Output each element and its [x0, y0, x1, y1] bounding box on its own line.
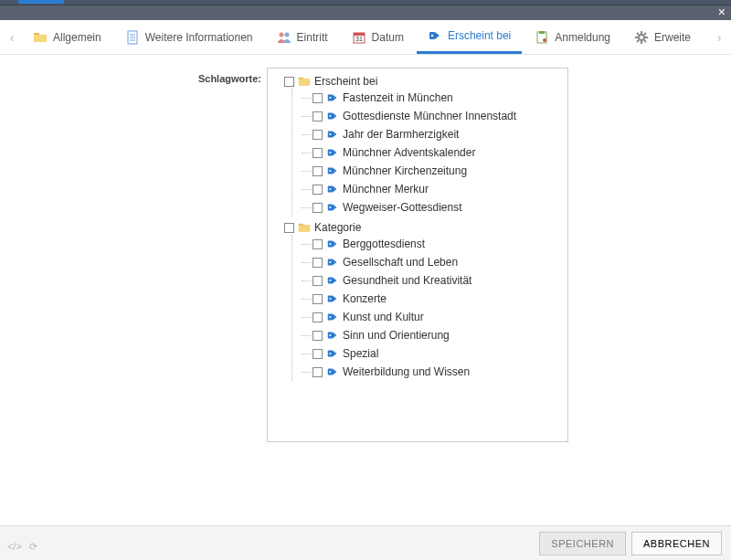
checkbox[interactable]	[313, 312, 323, 322]
checkbox[interactable]	[313, 349, 323, 359]
tree-node[interactable]: Gesundheit und Kreativität	[313, 273, 564, 288]
tree-node-label: Jahr der Barmherzigkeit	[343, 127, 459, 142]
svg-point-36	[329, 206, 331, 208]
svg-point-5	[284, 32, 289, 37]
checkbox[interactable]	[284, 77, 294, 87]
tree-node[interactable]: Konzerte	[313, 291, 564, 306]
svg-point-42	[329, 280, 331, 281]
field-label-schlagworte: Schlagworte:	[0, 68, 267, 84]
cancel-button[interactable]: ABBRECHEN	[631, 532, 722, 555]
tree-node[interactable]: Jahr der Barmherzigkeit	[313, 127, 564, 142]
tree-node[interactable]: Kategorie	[284, 220, 564, 235]
svg-point-38	[329, 243, 331, 245]
svg-point-44	[329, 298, 331, 300]
tree-node[interactable]: Fastenzeit in München	[313, 90, 564, 105]
tree-node-label: Münchner Merkur	[343, 182, 429, 196]
tab-label: Weitere Informationen	[145, 31, 253, 44]
refresh-icon[interactable]: ⟳	[29, 541, 37, 553]
svg-rect-12	[539, 31, 545, 34]
tree-node-label: Fastenzeit in München	[343, 90, 453, 105]
checkbox[interactable]	[313, 331, 323, 341]
svg-line-21	[644, 33, 646, 35]
tree-node-label: Kategorie	[314, 220, 361, 235]
tab-allgemein[interactable]: Allgemein	[22, 21, 112, 54]
tag-icon	[326, 365, 339, 378]
tab-label: Eintritt	[297, 31, 328, 44]
save-button[interactable]: SPEICHERN	[539, 532, 626, 555]
tree-node[interactable]: Spezial	[313, 346, 564, 361]
svg-point-28	[329, 133, 331, 135]
tag-icon	[326, 110, 339, 122]
folder-icon	[298, 221, 311, 234]
tag-icon	[326, 274, 339, 287]
tree-node[interactable]: Münchner Adventskalender	[313, 145, 564, 160]
tab-erweite[interactable]: Erweite	[623, 21, 702, 54]
checkbox[interactable]	[313, 239, 323, 249]
svg-line-22	[637, 40, 639, 42]
doc-icon	[125, 30, 140, 45]
tab-datum[interactable]: 31Datum	[341, 21, 415, 54]
tree-node[interactable]: Wegweiser-Gottesdienst	[313, 200, 564, 215]
tab-erscheint-bei[interactable]: Erscheint bei	[417, 21, 522, 54]
tabs-prev-button[interactable]: ‹	[4, 30, 20, 45]
tree-node-label: Sinn und Orientierung	[343, 328, 450, 343]
svg-point-32	[329, 170, 331, 172]
svg-point-14	[639, 35, 644, 40]
tab-bar: ‹ AllgemeinWeitere InformationenEintritt…	[0, 20, 731, 55]
tag-icon	[326, 256, 339, 269]
tree-node-label: Weiterbildung und Wissen	[343, 365, 470, 379]
checkbox[interactable]	[313, 294, 323, 304]
close-icon[interactable]: ×	[718, 5, 726, 18]
checkbox[interactable]	[313, 185, 323, 195]
calendar-icon: 31	[352, 30, 366, 45]
svg-point-10	[431, 35, 433, 37]
checkbox[interactable]	[313, 111, 323, 122]
tree-node-label: Münchner Kirchenzeitung	[343, 164, 467, 178]
tree-node-label: Spezial	[343, 346, 378, 361]
svg-point-50	[329, 353, 331, 354]
folder-icon	[298, 75, 311, 88]
svg-point-13	[543, 38, 546, 42]
tree-node[interactable]: Kunst und Kultur	[313, 310, 564, 324]
checkbox[interactable]	[313, 258, 323, 268]
folder-icon	[33, 30, 48, 45]
tree-node[interactable]: Gesellschaft und Leben	[313, 255, 564, 269]
tag-icon	[326, 347, 339, 360]
svg-point-26	[329, 115, 331, 117]
code-icon[interactable]: </>	[7, 541, 22, 553]
checkbox[interactable]	[313, 367, 323, 377]
tab-label: Erscheint bei	[448, 29, 511, 42]
checkbox[interactable]	[313, 93, 323, 103]
tree-node[interactable]: Münchner Kirchenzeitung	[313, 164, 564, 178]
tree-node-label: Wegweiser-Gottesdienst	[343, 200, 462, 215]
tag-icon	[326, 91, 339, 104]
tab-label: Anmeldung	[555, 31, 610, 44]
tree-node-label: Gesellschaft und Leben	[343, 255, 458, 269]
tree-node[interactable]: Weiterbildung und Wissen	[313, 365, 564, 379]
tabs-next-button[interactable]: ›	[711, 30, 727, 45]
checkbox[interactable]	[313, 130, 323, 140]
svg-text:31: 31	[355, 36, 363, 42]
tab-label: Allgemein	[53, 31, 101, 44]
tab-weitere-informationen[interactable]: Weitere Informationen	[114, 21, 264, 54]
checkbox[interactable]	[313, 166, 323, 176]
tree-node-label: Kunst und Kultur	[343, 310, 424, 324]
checkbox[interactable]	[284, 223, 294, 233]
tree-node[interactable]: Gottesdienste Münchner Innenstadt	[313, 109, 564, 123]
tab-label: Erweite	[654, 31, 691, 44]
tree-node-label: Erscheint bei	[314, 74, 377, 89]
tab-anmeldung[interactable]: Anmeldung	[524, 21, 621, 54]
tag-icon	[428, 28, 442, 43]
tree-node-label: Konzerte	[343, 291, 387, 306]
tree-node-label: Berggottesdienst	[343, 237, 425, 251]
tree-node[interactable]: Sinn und Orientierung	[313, 328, 564, 343]
tab-eintritt[interactable]: Eintritt	[266, 21, 339, 54]
checkbox[interactable]	[313, 148, 323, 158]
svg-point-46	[329, 316, 331, 318]
checkbox[interactable]	[313, 276, 323, 286]
tree-node[interactable]: Berggottesdienst	[313, 237, 564, 251]
tree-node[interactable]: Erscheint bei	[284, 74, 564, 89]
tree-node[interactable]: Münchner Merkur	[313, 182, 564, 196]
checkbox[interactable]	[313, 203, 323, 213]
svg-point-30	[329, 152, 331, 153]
